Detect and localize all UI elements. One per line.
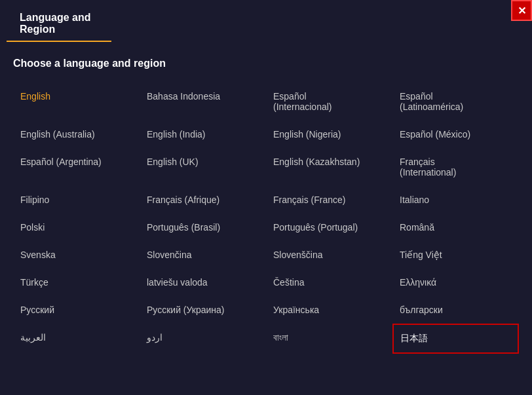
language-item-filipino[interactable]: Filipino	[13, 186, 140, 214]
language-item-arabic[interactable]: العربية	[13, 324, 140, 354]
language-item-bangla[interactable]: বাংলা	[266, 324, 392, 354]
language-item-francais-afrique[interactable]: Français (Afrique)	[140, 186, 266, 214]
language-item-ukrainska[interactable]: Українська	[266, 296, 392, 324]
language-item-english-india[interactable]: English (India)	[140, 121, 266, 148]
language-item-slovenscina[interactable]: Slovenščina	[266, 241, 392, 269]
language-item-cestina[interactable]: Čeština	[266, 269, 392, 296]
modal-header: Language and Region	[7, 0, 111, 42]
language-item-english-australia[interactable]: English (Australia)	[13, 121, 140, 148]
language-item-polski[interactable]: Polski	[13, 214, 140, 241]
language-item-russkiy[interactable]: Русский	[13, 296, 140, 324]
language-item-espanol-internacional[interactable]: Español (Internacional)	[266, 83, 392, 121]
language-region-modal: ✕ Language and Region Choose a language …	[0, 0, 532, 395]
language-item-japanese[interactable]: 日本語	[392, 324, 519, 354]
language-item-russkiy-ukraina[interactable]: Русский (Украина)	[140, 296, 266, 324]
language-item-latviesu[interactable]: latviešu valoda	[140, 269, 266, 296]
language-item-francais-france[interactable]: Français (France)	[266, 186, 392, 214]
language-grid: EnglishBahasa IndonesiaEspañol (Internac…	[13, 83, 519, 354]
close-button[interactable]: ✕	[511, 0, 532, 21]
language-item-english-kazakhstan[interactable]: English (Kazakhstan)	[266, 148, 392, 186]
modal-overlay: ✕ Language and Region Choose a language …	[0, 0, 532, 395]
language-item-slovencina[interactable]: Slovenčina	[140, 241, 266, 269]
modal-title: Language and Region	[20, 12, 90, 35]
language-item-portugues-portugal[interactable]: Português (Portugal)	[266, 214, 392, 241]
language-item-francais-international[interactable]: Français (International)	[392, 148, 519, 186]
language-item-bahasa-indonesia[interactable]: Bahasa Indonesia	[140, 83, 266, 121]
language-item-romana[interactable]: Română	[392, 214, 519, 241]
language-item-english[interactable]: English	[13, 83, 140, 121]
language-item-portugues-brasil[interactable]: Português (Brasil)	[140, 214, 266, 241]
language-item-english-nigeria[interactable]: English (Nigeria)	[266, 121, 392, 148]
language-item-tieng-viet[interactable]: Tiếng Việt	[392, 241, 519, 269]
language-item-espanol-latinoamerica[interactable]: Español (Latinoamérica)	[392, 83, 519, 121]
language-item-svenska[interactable]: Svenska	[13, 241, 140, 269]
language-item-balgarski[interactable]: български	[392, 296, 519, 324]
language-item-espanol-mexico[interactable]: Español (México)	[392, 121, 519, 148]
language-item-ellinika[interactable]: Ελληνικά	[392, 269, 519, 296]
language-item-espanol-argentina[interactable]: Español (Argentina)	[13, 148, 140, 186]
language-item-urdu[interactable]: اردو	[140, 324, 266, 354]
section-title: Choose a language and region	[13, 58, 519, 69]
language-item-italiano[interactable]: Italiano	[392, 186, 519, 214]
language-item-english-uk[interactable]: English (UK)	[140, 148, 266, 186]
modal-body: Choose a language and region EnglishBaha…	[0, 42, 532, 367]
language-item-turkce[interactable]: Türkçe	[13, 269, 140, 296]
